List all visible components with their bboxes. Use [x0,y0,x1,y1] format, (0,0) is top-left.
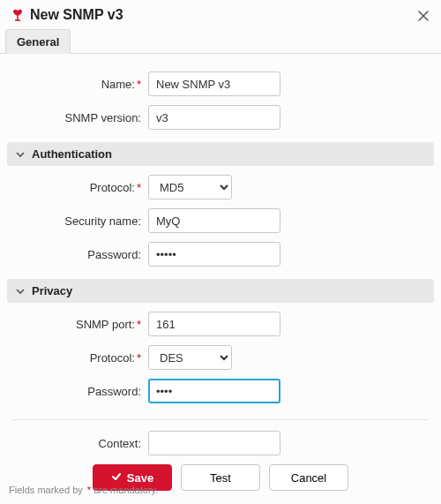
row-auth-password: Password: [7,242,434,267]
tab-general[interactable]: General [5,29,71,54]
security-name-input[interactable] [148,208,280,233]
privacy-protocol-label: Protocol:* [7,351,148,365]
chevron-down-icon [14,285,26,297]
mandatory-note: Fields marked by * are mandatory. [9,485,158,495]
close-button[interactable] [415,7,432,25]
name-label: Name:* [7,78,148,91]
privacy-password-input[interactable] [148,379,280,403]
row-security-name: Security name: [7,208,434,233]
cancel-button[interactable]: Cancel [269,464,348,491]
auth-protocol-label: Protocol:* [7,181,148,194]
row-snmp-version: SNMP version: [7,105,434,130]
separator [12,419,429,420]
snmp-port-label: SNMP port:* [7,318,148,331]
dialog-header: New SNMP v3 [0,0,441,28]
test-button-label: Test [210,471,231,485]
snmp-port-input[interactable] [148,312,280,336]
app-logo-icon [11,8,25,22]
row-context: Context: [7,431,434,455]
chevron-down-icon [14,148,26,161]
context-label: Context: [7,437,148,450]
row-name: Name:* [7,71,434,96]
tab-bar: General [0,28,441,54]
section-authentication[interactable]: Authentication [7,142,434,166]
auth-password-label: Password: [7,248,148,261]
row-snmp-port: SNMP port:* [7,312,434,336]
save-button-label: Save [127,471,153,485]
row-privacy-protocol: Protocol:* DES [7,345,434,370]
section-privacy-title: Privacy [32,284,72,297]
snmp-version-label: SNMP version: [7,111,148,124]
form-body: Name:* SNMP version: Authentication Prot… [0,54,441,500]
row-auth-protocol: Protocol:* MD5 [7,175,434,199]
snmp-version-input[interactable] [148,105,280,130]
check-icon [111,471,122,485]
test-button[interactable]: Test [181,464,260,491]
privacy-password-label: Password: [7,385,148,398]
auth-protocol-select[interactable]: MD5 [148,175,232,199]
auth-password-input[interactable] [148,242,280,267]
section-authentication-title: Authentication [32,147,112,161]
security-name-label: Security name: [7,214,148,228]
name-input[interactable] [148,71,280,96]
context-input[interactable] [148,431,280,455]
privacy-protocol-select[interactable]: DES [148,345,232,370]
cancel-button-label: Cancel [291,471,326,485]
section-privacy[interactable]: Privacy [7,279,434,303]
row-privacy-password: Password: [7,379,434,403]
dialog-title: New SNMP v3 [30,7,123,23]
